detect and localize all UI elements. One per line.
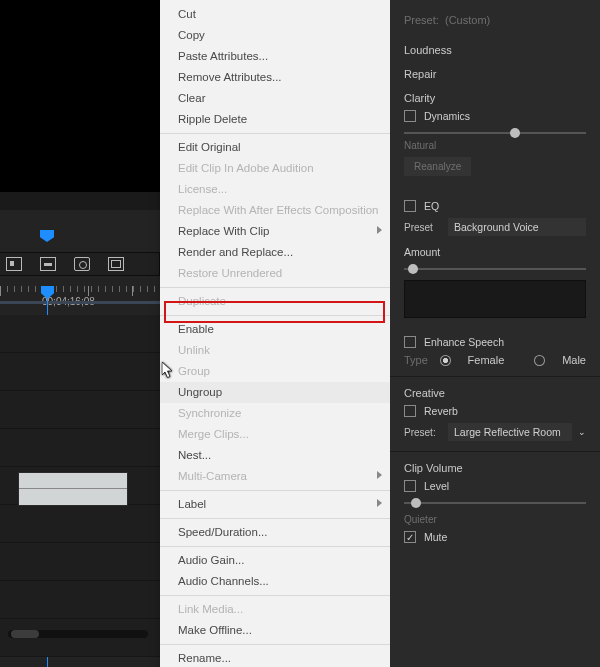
loudness-section-header[interactable]: Loudness bbox=[404, 44, 586, 56]
menu-item-paste-attributes[interactable]: Paste Attributes... bbox=[160, 46, 390, 67]
menu-item-link-media: Link Media... bbox=[160, 599, 390, 620]
ruler-ticks-major bbox=[0, 286, 160, 296]
enhance-female-radio[interactable] bbox=[440, 355, 451, 366]
menu-item-audio-channels[interactable]: Audio Channels... bbox=[160, 571, 390, 592]
work-area-bar[interactable] bbox=[0, 301, 160, 304]
audio-track[interactable] bbox=[0, 619, 160, 657]
menu-item-replace-with-clip[interactable]: Replace With Clip bbox=[160, 221, 390, 242]
menu-item-remove-attributes[interactable]: Remove Attributes... bbox=[160, 67, 390, 88]
menu-separator bbox=[160, 315, 390, 316]
menu-item-label[interactable]: Label bbox=[160, 494, 390, 515]
program-monitor bbox=[0, 0, 160, 210]
preset-header[interactable]: Preset: (Custom) bbox=[404, 14, 586, 26]
export-frame-icon[interactable] bbox=[74, 257, 90, 271]
menu-item-clear[interactable]: Clear bbox=[160, 88, 390, 109]
scrollbar-thumb[interactable] bbox=[11, 630, 39, 638]
eq-preset-label: Preset bbox=[404, 222, 448, 233]
audio-track[interactable] bbox=[0, 543, 160, 581]
waveform-right bbox=[19, 489, 127, 505]
enhance-male-label: Male bbox=[562, 354, 586, 366]
video-track[interactable] bbox=[0, 353, 160, 391]
reverb-checkbox[interactable] bbox=[404, 405, 416, 417]
menu-item-ripple-delete[interactable]: Ripple Delete bbox=[160, 109, 390, 130]
menu-item-group: Group bbox=[160, 361, 390, 382]
playhead-marker-top[interactable] bbox=[40, 230, 54, 242]
menu-item-edit-original[interactable]: Edit Original bbox=[160, 137, 390, 158]
menu-separator bbox=[160, 490, 390, 491]
preset-label: Preset: bbox=[404, 14, 439, 26]
essential-sound-panel[interactable]: Preset: (Custom) Loudness Repair Clarity… bbox=[390, 0, 600, 667]
eq-preset-select[interactable]: Background Voice bbox=[448, 218, 586, 236]
audio-track[interactable] bbox=[0, 505, 160, 543]
menu-item-enable[interactable]: Enable bbox=[160, 319, 390, 340]
dynamics-row[interactable]: Dynamics bbox=[404, 110, 586, 122]
clip-volume-heading[interactable]: Clip Volume bbox=[404, 462, 586, 474]
mute-checkbox[interactable] bbox=[404, 531, 416, 543]
reverb-preset-select[interactable]: Large Reflective Room bbox=[448, 423, 572, 441]
eq-checkbox[interactable] bbox=[404, 200, 416, 212]
video-track[interactable] bbox=[0, 315, 160, 353]
timeline-toolbar bbox=[0, 252, 160, 276]
menu-item-speed-duration[interactable]: Speed/Duration... bbox=[160, 522, 390, 543]
preset-value: (Custom) bbox=[445, 14, 490, 26]
eq-preset-row[interactable]: Preset Background Voice bbox=[404, 218, 586, 236]
audio-clip[interactable] bbox=[18, 472, 128, 506]
mark-icon[interactable] bbox=[108, 257, 124, 271]
video-track[interactable] bbox=[0, 429, 160, 467]
level-checkbox[interactable] bbox=[404, 480, 416, 492]
menu-separator bbox=[160, 133, 390, 134]
menu-item-unlink: Unlink bbox=[160, 340, 390, 361]
enhance-speech-label: Enhance Speech bbox=[424, 336, 504, 348]
reverb-label: Reverb bbox=[424, 405, 458, 417]
menu-item-render-and-replace[interactable]: Render and Replace... bbox=[160, 242, 390, 263]
menu-item-license: License... bbox=[160, 179, 390, 200]
reverb-preset-row[interactable]: Preset: Large Reflective Room ⌄ bbox=[404, 423, 586, 441]
reverb-row[interactable]: Reverb bbox=[404, 405, 586, 417]
eq-row[interactable]: EQ bbox=[404, 200, 586, 212]
timeline-scrollbar[interactable] bbox=[8, 630, 148, 638]
menu-item-audio-gain[interactable]: Audio Gain... bbox=[160, 550, 390, 571]
monitor-frame bbox=[0, 192, 160, 210]
menu-item-copy[interactable]: Copy bbox=[160, 25, 390, 46]
video-track[interactable] bbox=[0, 391, 160, 429]
chevron-down-icon[interactable]: ⌄ bbox=[578, 427, 586, 437]
reanalyze-button[interactable]: Reanalyze bbox=[404, 157, 471, 176]
reverb-preset-label: Preset: bbox=[404, 427, 448, 438]
eq-amount-slider[interactable] bbox=[404, 264, 586, 274]
enhance-male-radio[interactable] bbox=[534, 355, 545, 366]
dynamics-label: Dynamics bbox=[424, 110, 470, 122]
level-row[interactable]: Level bbox=[404, 480, 586, 492]
menu-item-ungroup[interactable]: Ungroup bbox=[160, 382, 390, 403]
enhance-female-label: Female bbox=[468, 354, 505, 366]
menu-separator bbox=[160, 644, 390, 645]
panel-separator bbox=[390, 376, 600, 377]
overwrite-icon[interactable] bbox=[40, 257, 56, 271]
menu-item-nest[interactable]: Nest... bbox=[160, 445, 390, 466]
creative-heading[interactable]: Creative bbox=[404, 387, 586, 399]
menu-separator bbox=[160, 595, 390, 596]
level-label: Level bbox=[424, 480, 449, 492]
panel-separator bbox=[390, 451, 600, 452]
insert-icon[interactable] bbox=[6, 257, 22, 271]
enhance-speech-checkbox[interactable] bbox=[404, 336, 416, 348]
level-slider[interactable] bbox=[404, 498, 586, 508]
enhance-speech-row[interactable]: Enhance Speech bbox=[404, 336, 586, 348]
dynamics-slider[interactable] bbox=[404, 128, 586, 138]
menu-item-rename[interactable]: Rename... bbox=[160, 648, 390, 667]
menu-item-cut[interactable]: Cut bbox=[160, 4, 390, 25]
menu-item-restore-unrendered: Restore Unrendered bbox=[160, 263, 390, 284]
menu-separator bbox=[160, 287, 390, 288]
timeline-panel[interactable]: 00;04;16;08 bbox=[0, 230, 160, 667]
audio-track[interactable] bbox=[0, 581, 160, 619]
repair-section-header[interactable]: Repair bbox=[404, 68, 586, 80]
dynamics-natural-label: Natural bbox=[404, 140, 586, 151]
dynamics-checkbox[interactable] bbox=[404, 110, 416, 122]
menu-item-replace-with-after-effects-composition: Replace With After Effects Composition bbox=[160, 200, 390, 221]
eq-meter bbox=[404, 280, 586, 318]
menu-item-duplicate: Duplicate bbox=[160, 291, 390, 312]
clip-context-menu[interactable]: CutCopyPaste Attributes...Remove Attribu… bbox=[160, 0, 390, 667]
clarity-heading[interactable]: Clarity bbox=[404, 92, 586, 104]
mute-row[interactable]: Mute bbox=[404, 531, 586, 543]
menu-item-make-offline[interactable]: Make Offline... bbox=[160, 620, 390, 641]
enhance-type-label: Type bbox=[404, 354, 428, 366]
